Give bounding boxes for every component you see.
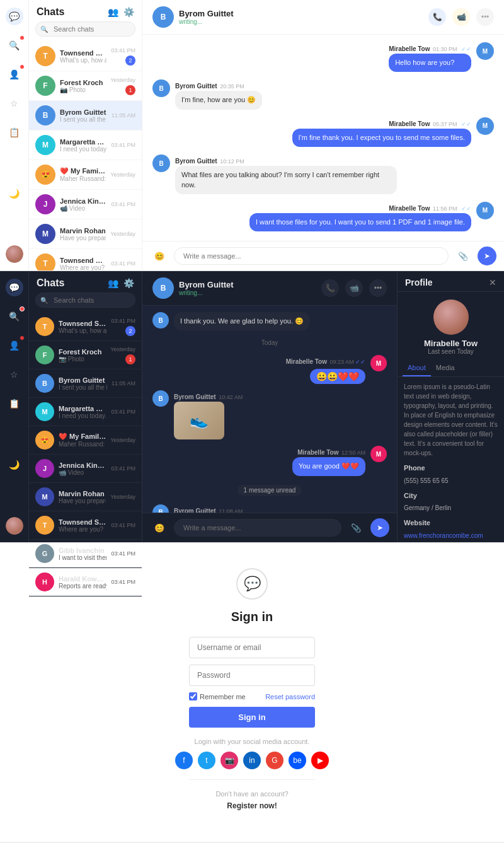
list-item[interactable]: B Byrom Guittet I sent you all the files… [29,369,142,398]
list-item[interactable]: J Jennica Kindred 📹 Video 03:41 PM [29,190,142,219]
nav-contacts-icon-dark[interactable]: 👤 [6,337,23,354]
username-input[interactable] [189,637,315,658]
profile-tabs: About Media [398,360,504,377]
tab-about[interactable]: About [403,360,431,376]
nav-chat-icon-dark[interactable]: 💬 [6,279,23,296]
contact-name: Townsend Seary [60,49,106,57]
chat-item-meta: Yesterday 1 [110,77,135,95]
remember-me-checkbox[interactable] [189,692,197,701]
signin-options: Remember me Reset password [189,692,315,701]
add-chat-icon[interactable]: 👥 [108,7,118,17]
msg-avatar: B [152,504,169,513]
list-item[interactable]: M Marvin Rohan Have you prepared the... … [29,219,142,249]
search-badge-dot-dark [20,306,25,311]
list-item[interactable]: H Harald Kowalski Reports are ready 03:4… [29,568,142,596]
search-input-dark[interactable] [35,293,135,308]
phone-call-button-dark[interactable]: 📞 [321,279,339,297]
more-options-button[interactable]: ••• [476,8,494,26]
avatar: M [35,402,54,421]
message-time: 03:41 PM [111,142,135,148]
settings-icon[interactable]: ⚙️ [123,7,134,17]
signin-form: Remember me Reset password Sign in [189,637,315,728]
password-input[interactable] [189,665,315,686]
list-item[interactable]: T Townsend Seary What's up, how are you?… [29,42,142,71]
video-call-button[interactable]: 📹 [452,8,470,26]
list-item[interactable]: J Jennica Kindred 📹 Video 03:41 PM [29,455,142,483]
chat-list-actions-dark: 👥 ⚙️ [108,278,134,288]
attachment-button-dark[interactable]: 📎 [346,518,365,537]
nav-chat-icon[interactable]: 💬 [6,8,23,25]
social-tw-signin[interactable]: t [198,752,215,769]
social-ig-signin[interactable]: 📷 [220,752,238,769]
send-button[interactable]: ➤ [478,247,496,265]
settings-icon-dark[interactable]: ⚙️ [123,278,134,288]
message-input[interactable] [174,247,449,265]
attachment-button[interactable]: 📎 [454,247,472,265]
message-preview: 📷 Photo [59,356,106,363]
message-row: B Byrom Guittet 10:42 AM 👟 [152,390,387,439]
profile-website[interactable]: www.frenchorancomibe.com [404,531,498,540]
chat-item-info: ❤️ My Family ❤️ Maher Russand: Hellof! [59,433,106,448]
chat-item-meta: 11:05 AM [112,112,135,119]
user-avatar[interactable] [6,245,23,263]
signin-button[interactable]: Sign in [189,707,315,728]
nav-archive-icon[interactable]: 📋 [6,124,23,141]
add-chat-icon-dark[interactable]: 👥 [108,278,118,288]
send-button-dark[interactable]: ➤ [370,518,389,537]
nav-moon-icon-dark[interactable]: 🌙 [6,456,23,474]
list-item[interactable]: T Townsend Seary What's up, how are you?… [29,313,142,341]
social-g-signin[interactable]: G [266,752,284,769]
nav-search-icon-dark[interactable]: 🔍 [6,308,23,325]
list-item[interactable]: M Margaretta Worvell I need you today. C… [29,131,142,160]
image-content: 👟 [174,402,224,439]
nav-moon-icon[interactable]: 🌙 [6,185,23,202]
list-item[interactable]: F Forest Kroch 📷 Photo Yesterday 1 [29,341,142,369]
chat-item-meta: Yesterday [110,172,135,178]
contact-name: Jennica Kindred [60,197,106,205]
nav-favorites-icon-dark[interactable]: ☆ [6,366,23,383]
nav-search-icon[interactable]: 🔍 [6,37,23,54]
video-call-button-dark[interactable]: 📹 [345,279,363,297]
remember-me-label[interactable]: Remember me [189,692,246,701]
list-item[interactable]: M Margaretta Worvell I need you today. C… [29,398,142,426]
list-item[interactable]: B Byrom Guittet I sent you all the files… [29,101,142,131]
msg-time: 12:50 AM [341,450,365,456]
msg-time: 10:42 AM [219,394,243,400]
message-input-dark[interactable] [174,519,341,537]
social-be-signin[interactable]: be [289,752,306,769]
social-yt-signin[interactable]: ▶ [311,752,329,769]
chat-item-info: Byrom Guittet I sent you all the files. … [60,108,107,123]
msg-avatar: B [152,154,170,172]
social-li-signin[interactable]: in [243,752,261,769]
msg-sender: Byrom Guittet [175,83,217,90]
msg-sender: Byrom Guittet [175,158,217,165]
message-preview: Where are you? [60,264,106,271]
header-contact-name-dark: Byrom Guittet [179,280,234,289]
search-input[interactable] [35,21,135,37]
chat-items-dark: T Townsend Seary What's up, how are you?… [29,313,142,596]
profile-close-button[interactable]: ✕ [489,277,496,288]
list-item[interactable]: M Marvin Rohan Have you prepared the... … [29,483,142,511]
list-item[interactable]: 😍 ❤️ My Family ❤️ Maher Russand: Hellof!… [29,426,142,455]
message-preview: Have you prepared the... [60,235,106,241]
more-options-button-dark[interactable]: ••• [369,279,387,297]
signin-social-text: Login with your social media account. [195,738,310,745]
list-item[interactable]: T Townsend Seary Where are you? 03:41 PM [29,511,142,540]
emoji-button-dark[interactable]: 😊 [150,518,169,537]
social-fb-signin[interactable]: f [175,752,193,769]
reset-password-link[interactable]: Reset password [265,693,315,701]
contact-name: Townsend Seary [60,257,106,264]
list-item[interactable]: G Gibb Ivanchin I want to visit them. 03… [29,540,142,568]
tab-media[interactable]: Media [431,360,460,376]
nav-archive-icon-dark[interactable]: 📋 [6,395,23,412]
nav-favorites-icon[interactable]: ☆ [6,95,23,112]
user-avatar-dark[interactable] [6,517,23,535]
list-item[interactable]: T Townsend Seary Where are you? 03:41 PM [29,249,142,270]
list-item[interactable]: F Forest Kroch 📷 Photo Yesterday 1 [29,71,142,101]
emoji-button[interactable]: 😊 [150,247,169,265]
register-link[interactable]: Register now! [227,801,277,810]
list-item[interactable]: 😍 ❤️ My Family ❤️ Maher Russand: Hellof!… [29,160,142,190]
no-account-text: Don't have an account? [215,790,288,798]
phone-call-button[interactable]: 📞 [428,8,446,26]
nav-contacts-icon[interactable]: 👤 [6,66,23,83]
